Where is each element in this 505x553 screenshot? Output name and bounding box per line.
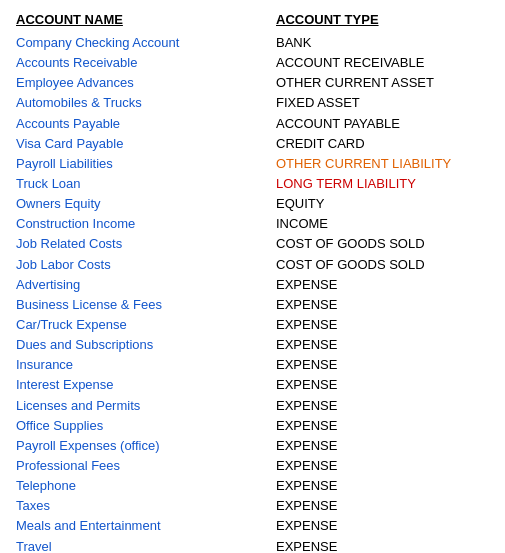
table-row: Owners EquityEQUITY	[16, 194, 489, 214]
table-row: Accounts PayableACCOUNT PAYABLE	[16, 114, 489, 134]
account-name-cell[interactable]: Construction Income	[16, 214, 276, 234]
accounts-table: ACCOUNT NAME ACCOUNT TYPE Company Checki…	[16, 12, 489, 553]
account-name-cell[interactable]: Office Supplies	[16, 416, 276, 436]
account-type-cell: ACCOUNT RECEIVABLE	[276, 53, 489, 73]
account-name-header: ACCOUNT NAME	[16, 12, 276, 27]
account-type-cell: BANK	[276, 33, 489, 53]
table-row: Licenses and PermitsEXPENSE	[16, 396, 489, 416]
table-row: Professional FeesEXPENSE	[16, 456, 489, 476]
account-type-cell: EXPENSE	[276, 275, 489, 295]
account-name-cell[interactable]: Car/Truck Expense	[16, 315, 276, 335]
account-type-header: ACCOUNT TYPE	[276, 12, 489, 27]
table-row: Employee AdvancesOTHER CURRENT ASSET	[16, 73, 489, 93]
account-name-cell[interactable]: Accounts Receivable	[16, 53, 276, 73]
account-type-cell: OTHER CURRENT LIABILITY	[276, 154, 489, 174]
account-type-cell: OTHER CURRENT ASSET	[276, 73, 489, 93]
table-row: Meals and EntertainmentEXPENSE	[16, 516, 489, 536]
table-row: InsuranceEXPENSE	[16, 355, 489, 375]
account-name-cell[interactable]: Business License & Fees	[16, 295, 276, 315]
table-row: Construction IncomeINCOME	[16, 214, 489, 234]
table-row: Company Checking AccountBANK	[16, 33, 489, 53]
account-name-cell[interactable]: Payroll Liabilities	[16, 154, 276, 174]
table-row: Car/Truck ExpenseEXPENSE	[16, 315, 489, 335]
account-name-cell[interactable]: Automobiles & Trucks	[16, 93, 276, 113]
account-name-cell[interactable]: Licenses and Permits	[16, 396, 276, 416]
table-row: Truck LoanLONG TERM LIABILITY	[16, 174, 489, 194]
table-row: Payroll LiabilitiesOTHER CURRENT LIABILI…	[16, 154, 489, 174]
account-name-cell[interactable]: Travel	[16, 537, 276, 553]
account-name-cell[interactable]: Job Labor Costs	[16, 255, 276, 275]
account-type-cell: EXPENSE	[276, 295, 489, 315]
account-name-cell[interactable]: Taxes	[16, 496, 276, 516]
table-row: Job Labor CostsCOST OF GOODS SOLD	[16, 255, 489, 275]
table-header: ACCOUNT NAME ACCOUNT TYPE	[16, 12, 489, 27]
table-row: Payroll Expenses (office)EXPENSE	[16, 436, 489, 456]
account-name-cell[interactable]: Job Related Costs	[16, 234, 276, 254]
account-name-cell[interactable]: Employee Advances	[16, 73, 276, 93]
table-row: Visa Card PayableCREDIT CARD	[16, 134, 489, 154]
account-name-cell[interactable]: Payroll Expenses (office)	[16, 436, 276, 456]
account-type-cell: INCOME	[276, 214, 489, 234]
account-type-cell: EXPENSE	[276, 456, 489, 476]
account-type-cell: EQUITY	[276, 194, 489, 214]
account-name-cell[interactable]: Professional Fees	[16, 456, 276, 476]
account-type-cell: EXPENSE	[276, 436, 489, 456]
table-row: Interest ExpenseEXPENSE	[16, 375, 489, 395]
table-row: TaxesEXPENSE	[16, 496, 489, 516]
table-row: TelephoneEXPENSE	[16, 476, 489, 496]
table-row: Automobiles & TrucksFIXED ASSET	[16, 93, 489, 113]
account-type-cell: COST OF GOODS SOLD	[276, 255, 489, 275]
account-name-cell[interactable]: Advertising	[16, 275, 276, 295]
account-name-cell[interactable]: Interest Expense	[16, 375, 276, 395]
account-type-cell: EXPENSE	[276, 335, 489, 355]
account-name-cell[interactable]: Accounts Payable	[16, 114, 276, 134]
account-name-cell[interactable]: Meals and Entertainment	[16, 516, 276, 536]
account-type-cell: CREDIT CARD	[276, 134, 489, 154]
account-name-cell[interactable]: Dues and Subscriptions	[16, 335, 276, 355]
table-row: Business License & FeesEXPENSE	[16, 295, 489, 315]
account-type-cell: FIXED ASSET	[276, 93, 489, 113]
table-row: Job Related CostsCOST OF GOODS SOLD	[16, 234, 489, 254]
account-type-cell: ACCOUNT PAYABLE	[276, 114, 489, 134]
table-row: Office SuppliesEXPENSE	[16, 416, 489, 436]
account-type-cell: EXPENSE	[276, 476, 489, 496]
account-type-cell: EXPENSE	[276, 396, 489, 416]
table-body: Company Checking AccountBANKAccounts Rec…	[16, 33, 489, 553]
account-type-cell: COST OF GOODS SOLD	[276, 234, 489, 254]
account-type-cell: EXPENSE	[276, 315, 489, 335]
account-type-cell: EXPENSE	[276, 375, 489, 395]
account-type-cell: EXPENSE	[276, 516, 489, 536]
account-type-cell: EXPENSE	[276, 537, 489, 553]
account-name-cell[interactable]: Telephone	[16, 476, 276, 496]
account-type-cell: EXPENSE	[276, 416, 489, 436]
table-row: Dues and SubscriptionsEXPENSE	[16, 335, 489, 355]
account-type-cell: EXPENSE	[276, 496, 489, 516]
account-name-cell[interactable]: Insurance	[16, 355, 276, 375]
account-name-cell[interactable]: Company Checking Account	[16, 33, 276, 53]
account-name-cell[interactable]: Truck Loan	[16, 174, 276, 194]
account-type-cell: EXPENSE	[276, 355, 489, 375]
table-row: TravelEXPENSE	[16, 537, 489, 553]
table-row: AdvertisingEXPENSE	[16, 275, 489, 295]
account-name-cell[interactable]: Owners Equity	[16, 194, 276, 214]
table-row: Accounts ReceivableACCOUNT RECEIVABLE	[16, 53, 489, 73]
account-type-cell: LONG TERM LIABILITY	[276, 174, 489, 194]
account-name-cell[interactable]: Visa Card Payable	[16, 134, 276, 154]
